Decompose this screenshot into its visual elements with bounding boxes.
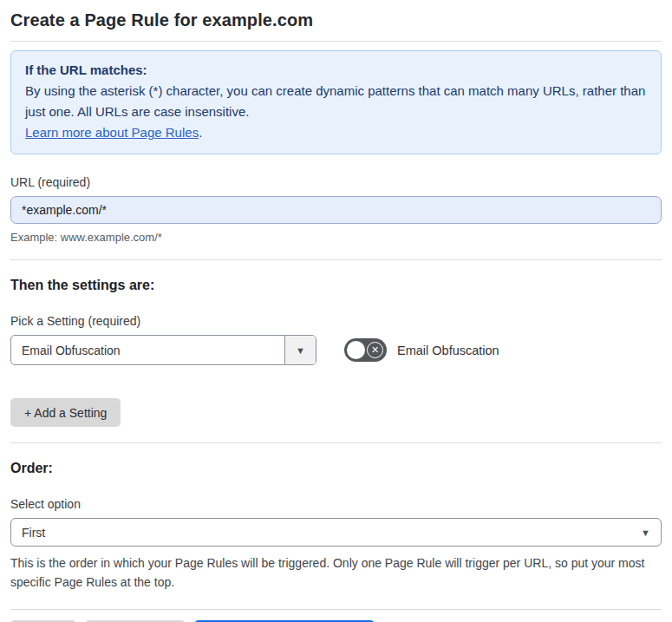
order-help-text: This is the order in which your Page Rul… — [10, 553, 662, 592]
toggle-off-x-icon: ✕ — [367, 342, 383, 358]
chevron-down-icon: ▼ — [296, 345, 305, 356]
order-section-heading: Order: — [10, 461, 662, 476]
info-link-line: Learn more about Page Rules. — [25, 122, 647, 143]
page-title: Create a Page Rule for example.com — [10, 10, 662, 30]
order-select-label: Select option — [10, 497, 662, 511]
divider — [10, 41, 662, 42]
add-setting-button[interactable]: + Add a Setting — [10, 398, 121, 427]
url-field-example: Example: www.example.com/* — [10, 231, 662, 244]
setting-select-caret-button[interactable]: ▼ — [284, 336, 316, 364]
setting-picker-label: Pick a Setting (required) — [10, 314, 662, 328]
toggle-knob — [347, 341, 365, 359]
settings-section-heading: Then the settings are: — [10, 278, 662, 293]
email-obfuscation-toggle[interactable]: ✕ — [344, 338, 387, 362]
order-select[interactable]: First ▼ — [10, 518, 662, 547]
link-suffix: . — [199, 125, 202, 140]
url-match-info-box: If the URL matches: By using the asteris… — [10, 50, 662, 154]
email-obfuscation-toggle-group: ✕ Email Obfuscation — [344, 338, 499, 362]
setting-select-value: Email Obfuscation — [11, 336, 284, 364]
divider — [10, 442, 662, 443]
learn-more-link[interactable]: Learn more about Page Rules — [25, 125, 199, 140]
url-input[interactable] — [10, 196, 662, 224]
divider — [10, 259, 662, 260]
chevron-down-icon: ▼ — [641, 527, 650, 538]
order-select-value: First — [22, 526, 45, 540]
setting-row: Email Obfuscation ▼ ✕ Email Obfuscation — [10, 335, 662, 365]
url-field-label: URL (required) — [10, 175, 662, 189]
setting-select[interactable]: Email Obfuscation ▼ — [10, 335, 316, 365]
page-rule-form: Create a Page Rule for example.com If th… — [0, 0, 672, 622]
info-box-heading: If the URL matches: — [25, 60, 647, 81]
info-box-body: By using the asterisk (*) character, you… — [25, 81, 647, 122]
divider — [10, 609, 662, 610]
toggle-label: Email Obfuscation — [397, 344, 499, 357]
